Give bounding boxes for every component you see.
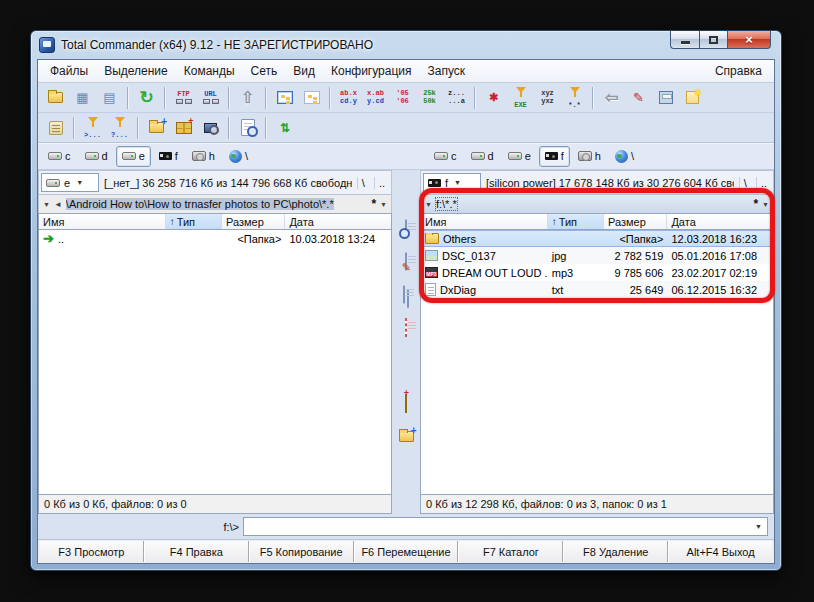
refresh-button[interactable]: ↻ <box>133 85 160 111</box>
column-header-size[interactable]: Размер <box>222 214 285 229</box>
sync-dirs-button[interactable]: ⇅ <box>271 115 298 141</box>
left-filter-star-button[interactable]: * <box>371 197 376 211</box>
new-note-button[interactable] <box>679 85 706 111</box>
column-header-type[interactable]: ↑Тип <box>548 214 604 229</box>
right-filter-star-button[interactable]: * <box>753 197 758 211</box>
f3-view-button[interactable]: F3 Просмотр <box>40 541 144 562</box>
pack-files-button[interactable] <box>405 395 407 413</box>
drive-h-button-left[interactable]: h <box>186 146 221 167</box>
menu-files[interactable]: Файлы <box>42 61 96 81</box>
tree-separate-button[interactable] <box>298 85 325 111</box>
move-file-button[interactable] <box>405 319 407 337</box>
home-folder-button[interactable] <box>42 85 69 111</box>
left-updir-button[interactable]: .. <box>374 177 389 189</box>
column-header-date[interactable]: Дата <box>285 214 391 229</box>
sort-by-ext-button[interactable]: x.aby.cd <box>362 85 389 111</box>
left-root-button[interactable]: \ <box>357 177 369 189</box>
drive-f-button-left[interactable]: f <box>153 146 184 167</box>
title-bar[interactable]: Total Commander (x64) 9.12 - НЕ ЗАРЕГИСТ… <box>31 31 781 59</box>
right-path-text[interactable]: f:\*.* <box>436 198 457 210</box>
table-row-dream-out-loud[interactable]: DREAM OUT LOUD .. mp3 9 785 606 23.02.20… <box>421 264 773 281</box>
left-path-text[interactable]: \Android How to\How to trnasfer photos t… <box>66 198 334 210</box>
copy-file-button[interactable] <box>403 286 409 304</box>
drive-d-button-right[interactable]: d <box>465 146 500 167</box>
table-row[interactable]: ➔.. <Папка> 10.03.2018 13:24 <box>39 230 391 247</box>
f7-mkdir-button[interactable]: F7 Каталог <box>458 541 563 562</box>
f8-delete-button[interactable]: F8 Удаление <box>563 541 668 562</box>
path-back-icon[interactable]: ◄ <box>54 200 62 209</box>
sort-by-name-button[interactable]: ab.xcd.y <box>335 85 362 111</box>
column-header-name[interactable]: Имя <box>421 214 548 229</box>
tree-current-button[interactable] <box>271 85 298 111</box>
drive-e-button-left[interactable]: e <box>116 146 151 167</box>
brief-view-button[interactable]: ▦ <box>69 85 96 111</box>
sort-reverse-button[interactable]: z......a <box>443 85 470 111</box>
tools-button[interactable]: ✎ <box>625 85 652 111</box>
sort-by-date-button[interactable]: '05'06 <box>389 85 416 111</box>
menu-selection[interactable]: Выделение <box>96 61 176 81</box>
pack-button[interactable] <box>170 115 197 141</box>
new-folder-button[interactable] <box>143 115 170 141</box>
filter-all-button[interactable]: *.* <box>561 85 588 111</box>
right-updir-button[interactable]: .. <box>756 177 771 189</box>
minimize-button[interactable] <box>670 30 699 49</box>
table-row-others[interactable]: Others <Папка> 12.03.2018 16:23 <box>421 230 773 247</box>
lister-button[interactable] <box>234 115 261 141</box>
unsorted-button[interactable]: ✱ <box>480 85 507 111</box>
f6-move-button[interactable]: F6 Перемещение <box>354 541 459 562</box>
chevron-down-icon[interactable]: ▼ <box>755 523 762 530</box>
network-root-button-left[interactable]: \ <box>223 146 254 167</box>
app-icon[interactable] <box>39 37 55 53</box>
drive-h-button-right[interactable]: h <box>572 146 607 167</box>
menu-help[interactable]: Справка <box>707 61 770 81</box>
drive-f-button-right[interactable]: f <box>539 146 570 167</box>
right-drive-combo[interactable]: f ▼ <box>423 173 481 192</box>
history-button[interactable] <box>42 115 69 141</box>
drive-e-button-right[interactable]: e <box>502 146 537 167</box>
view-file-button[interactable] <box>405 220 407 238</box>
menu-configuration[interactable]: Конфигурация <box>323 61 420 81</box>
sort-xyz-button[interactable]: xyzyxz <box>534 85 561 111</box>
right-path-menu-button[interactable]: ▼ <box>762 201 769 208</box>
f5-copy-button[interactable]: F5 Копирование <box>249 541 354 562</box>
menu-start[interactable]: Запуск <box>420 61 474 81</box>
menu-commands[interactable]: Команды <box>176 61 243 81</box>
column-header-type[interactable]: ↑Тип <box>166 214 222 229</box>
path-dropdown-icon[interactable]: ▼ <box>425 201 432 208</box>
menu-view[interactable]: Вид <box>285 61 323 81</box>
back-button[interactable]: ⇦ <box>598 85 625 111</box>
menu-net[interactable]: Сеть <box>243 61 286 81</box>
search-button[interactable] <box>197 115 224 141</box>
drive-c-button-left[interactable]: c <box>42 146 77 167</box>
column-header-name[interactable]: Имя <box>39 214 166 229</box>
left-drive-combo[interactable]: e ▼ <box>41 173 99 192</box>
path-dropdown-icon[interactable]: ▼ <box>43 201 50 208</box>
calculator-button[interactable] <box>652 85 679 111</box>
detail-view-button[interactable]: ▤ <box>96 85 123 111</box>
edit-file-button[interactable] <box>405 253 407 271</box>
left-path-menu-button[interactable]: ▼ <box>380 201 387 208</box>
select-filter-button[interactable]: >... <box>79 115 106 141</box>
parent-dir-button[interactable]: ⇧ <box>234 85 261 111</box>
unselect-filter-button[interactable]: ?... <box>106 115 133 141</box>
right-root-button[interactable]: \ <box>739 177 751 189</box>
ftp-connect-button[interactable]: FTP <box>170 85 197 111</box>
column-header-date[interactable]: Дата <box>667 214 773 229</box>
sort-by-size-button[interactable]: 25k50k <box>416 85 443 111</box>
f4-edit-button[interactable]: F4 Правка <box>144 541 249 562</box>
right-path-bar[interactable]: ▼ f:\*.* * ▼ <box>420 194 774 213</box>
close-button[interactable]: × <box>727 30 771 49</box>
filter-exe-button[interactable]: EXE <box>507 85 534 111</box>
table-row-dxdiag[interactable]: DxDiag txt 25 649 06.12.2015 16:32 <box>421 281 773 298</box>
column-header-size[interactable]: Размер <box>604 214 667 229</box>
table-row-dsc0137[interactable]: DSC_0137 jpg 2 782 519 05.01.2016 17:08 <box>421 247 773 264</box>
ftp-url-button[interactable]: URL <box>197 85 224 111</box>
drive-d-button-left[interactable]: d <box>79 146 114 167</box>
altf4-exit-button[interactable]: Alt+F4 Выход <box>668 541 772 562</box>
network-root-button-right[interactable]: \ <box>609 146 640 167</box>
left-path-bar[interactable]: ▼ ◄ \Android How to\How to trnasfer phot… <box>38 194 392 213</box>
drive-c-button-right[interactable]: c <box>428 146 463 167</box>
maximize-button[interactable] <box>699 30 727 49</box>
command-line-input[interactable]: ▼ <box>243 517 768 536</box>
make-folder-button[interactable] <box>399 428 414 446</box>
